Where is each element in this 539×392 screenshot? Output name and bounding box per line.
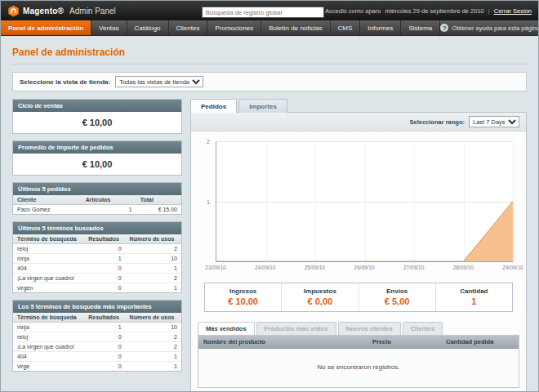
results-cell: 0 [84, 244, 125, 254]
total-label: Cantidad [436, 287, 512, 295]
tab-most-viewed[interactable]: Productos más vistos [256, 322, 336, 335]
nav-item-system[interactable]: Sistema [401, 20, 440, 35]
help-label: Obtener ayuda para esta página [452, 24, 539, 32]
uses-cell: 1 [126, 362, 181, 372]
results-cell: 0 [84, 362, 125, 372]
x-axis-labels: 23/09/1024/09/1025/09/1026/09/1027/09/10… [216, 262, 513, 273]
logged-in-as: Accedió como aparo [325, 7, 381, 15]
grid-col-price[interactable]: Precio [368, 336, 441, 349]
totals-bar: Ingresos € 10,00 Impuestos € 0,00 Envíos… [204, 283, 513, 312]
total-quantity: Cantidad 1 [436, 283, 512, 311]
y-axis-label: 1 [207, 198, 210, 204]
brand-suffix: Admin Panel [69, 7, 116, 16]
global-search-input[interactable] [202, 7, 324, 18]
nav-item-promotions[interactable]: Promociones [207, 20, 261, 35]
col-header: Número de usos [126, 234, 181, 244]
last-search-terms-title: Últimos 5 términos buscados [13, 222, 181, 234]
tab-new-customers[interactable]: Nuevos clientes [338, 322, 401, 335]
last-search-terms-box: Últimos 5 términos buscados Término de b… [12, 221, 182, 293]
uses-cell: 1 [126, 352, 181, 362]
range-select[interactable]: Last 7 Days [469, 116, 519, 127]
total-value: 1 [436, 296, 512, 306]
uses-cell: 2 [126, 274, 181, 283]
table-row[interactable]: reloj 0 2 [13, 244, 181, 254]
col-header: Total [136, 195, 181, 205]
nav-item-catalog[interactable]: Catálogo [127, 20, 169, 35]
col-header: Cliente [13, 195, 82, 205]
dashboard-main-column: Pedidos Importes Seleccionar rango: Last… [190, 99, 527, 392]
nav-item-dashboard[interactable]: Panel de administración [1, 20, 91, 35]
range-label: Seleccionar rango: [409, 118, 465, 126]
logout-link[interactable]: Cerrar Sesión [494, 7, 532, 15]
content-area: Panel de administración Seleccione la vi… [1, 36, 538, 392]
uses-cell: 2 [126, 332, 181, 342]
table-row[interactable]: Paco Gomez 1 € 15.00 [13, 205, 181, 215]
main-nav: Panel de administración Ventas Catálogo … [1, 20, 538, 36]
total-shipping: Envíos € 5,00 [359, 283, 436, 311]
table-row[interactable]: 404 0 1 [13, 352, 181, 362]
term-cell: virgen [13, 283, 84, 293]
col-header: Resultados [84, 313, 125, 323]
tab-customers[interactable]: Clientes [403, 322, 443, 335]
table-row[interactable]: reloj 0 2 [13, 332, 181, 342]
grid-col-product[interactable]: Nombre del producto [198, 336, 368, 349]
table-row[interactable]: ¡La virgen que cuadro! 0 2 [13, 274, 181, 283]
table-row[interactable]: ninja 1 10 [13, 254, 181, 264]
last-orders-table: Cliente Artículos Total Paco Gomez 1 € 1… [13, 195, 181, 214]
top-search-terms-table: Término de búsqueda Resultados Número de… [13, 313, 181, 371]
term-cell: reloj [13, 332, 84, 342]
uses-cell: 1 [126, 283, 181, 293]
dashboard-left-column: Ciclo de ventas € 10,00 Promedio de impo… [12, 99, 182, 392]
nav-item-sales[interactable]: Ventas [91, 20, 127, 35]
uses-cell: 1 [126, 264, 181, 274]
average-orders-value: € 10,00 [13, 154, 181, 175]
table-row[interactable]: virge 0 1 [13, 362, 181, 372]
magento-logo-icon [7, 5, 20, 17]
total-tax: Impuestos € 0,00 [282, 283, 359, 311]
table-row[interactable]: virgen 0 1 [13, 283, 181, 293]
grid-col-qty[interactable]: Cantidad pedida [441, 336, 519, 349]
store-view-select[interactable]: Todas las vistas de tienda [115, 76, 203, 87]
results-cell: 0 [84, 352, 125, 362]
tab-amounts[interactable]: Importes [238, 99, 287, 113]
total-label: Ingresos [205, 287, 281, 295]
term-cell: ninja [13, 254, 84, 264]
brand: Magento® Admin Panel [7, 5, 116, 17]
nav-item-reports[interactable]: Informes [360, 20, 401, 35]
orders-chart-area: 2 1 [216, 141, 513, 262]
table-row[interactable]: ¡La virgen que cuadro! 0 2 [13, 342, 181, 352]
empty-records-message: No se encontraron registros. [198, 349, 519, 387]
nav-item-newsletter[interactable]: Boletín de noticias [261, 20, 330, 35]
x-axis-label: 24/09/10 [255, 265, 275, 270]
uses-cell: 10 [126, 323, 181, 332]
results-cell: 0 [84, 332, 125, 342]
top-search-terms-title: Los 5 términos de búsqueda más important… [13, 301, 181, 313]
current-date: miércoles 29 de septiembre de 2010 [385, 7, 483, 15]
average-orders-title: Promedio de importe de pedidos [13, 141, 181, 154]
y-axis-label: 2 [207, 139, 210, 145]
orders-amounts-tabs: Pedidos Importes [190, 99, 527, 113]
table-row[interactable]: ninja 1 10 [13, 323, 181, 332]
table-row[interactable]: 404 0 1 [13, 264, 181, 274]
x-axis-label: 29/09/10 [502, 265, 523, 270]
results-cell: 0 [84, 264, 125, 274]
term-cell: reloj [13, 244, 84, 254]
store-view-switcher: Seleccione la vista de tienda: Todas las… [12, 72, 527, 91]
tab-bestsellers[interactable]: Más vendidos [198, 322, 255, 335]
orders-area-series [216, 141, 513, 261]
col-header: Artículos [82, 195, 136, 205]
store-view-label: Seleccione la vista de tienda: [20, 78, 110, 86]
orders-tab-content: Seleccionar rango: Last 7 Days 2 1 [190, 112, 527, 392]
lifetime-sales-box: Ciclo de ventas € 10,00 [12, 99, 182, 134]
total-label: Impuestos [282, 287, 358, 295]
x-axis-label: 23/09/10 [205, 265, 225, 270]
nav-item-customers[interactable]: Clientes [169, 20, 208, 35]
term-cell: ¡La virgen que cuadro! [13, 342, 84, 352]
total-value: € 0,00 [282, 296, 358, 306]
nav-item-cms[interactable]: CMS [331, 20, 361, 35]
results-cell: 0 [84, 274, 125, 283]
uses-cell: 10 [126, 254, 181, 264]
uses-cell: 2 [126, 244, 181, 254]
tab-orders[interactable]: Pedidos [190, 99, 237, 113]
page-help-link[interactable]: ? Obtener ayuda para esta página [440, 20, 539, 35]
